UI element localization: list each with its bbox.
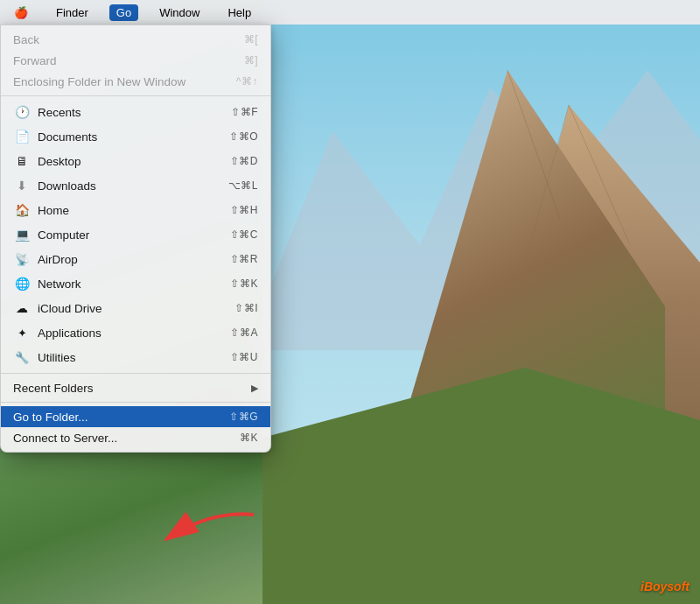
separator-1 (1, 95, 270, 96)
menu-item-goto-folder-label: Go to Folder... (13, 411, 229, 424)
menu-item-downloads[interactable]: ⬇ Downloads ⌥⌘L (1, 173, 270, 198)
menu-item-documents[interactable]: 📄 Documents ⇧⌘O (1, 124, 270, 149)
menu-item-network-label: Network (38, 277, 230, 291)
menu-item-airdrop[interactable]: 📡 AirDrop ⇧⌘R (1, 247, 270, 271)
network-icon: 🌐 (13, 275, 31, 292)
watermark-suffix: Boysoft (644, 579, 690, 593)
apple-menu[interactable]: 🍎 (7, 4, 35, 21)
window-menu[interactable]: Window (152, 4, 206, 21)
computer-icon: 💻 (13, 226, 31, 243)
airdrop-icon: 📡 (13, 250, 31, 268)
menu-item-desktop[interactable]: 🖥 Desktop ⇧⌘D (1, 149, 270, 173)
menu-item-recents-label: Recents (38, 106, 231, 119)
menu-item-utilities-shortcut: ⇧⌘U (230, 351, 258, 363)
menu-item-enclosing[interactable]: Enclosing Folder in New Window ^⌘↑ (1, 71, 270, 92)
menu-item-documents-label: Documents (38, 130, 229, 144)
menu-item-network[interactable]: 🌐 Network ⇧⌘K (1, 271, 270, 296)
menu-item-icloud-label: iCloud Drive (38, 302, 234, 315)
menu-item-downloads-label: Downloads (38, 179, 228, 193)
separator-3 (1, 402, 270, 403)
menu-item-network-shortcut: ⇧⌘K (230, 277, 258, 290)
menu-item-enclosing-shortcut: ^⌘↑ (236, 75, 258, 88)
menu-item-goto-folder[interactable]: Go to Folder... ⇧⌘G (1, 406, 270, 427)
menu-item-recents[interactable]: 🕐 Recents ⇧⌘F (1, 100, 270, 124)
utilities-icon: 🔧 (13, 348, 31, 366)
menu-item-airdrop-label: AirDrop (38, 253, 230, 266)
applications-icon: ✦ (13, 324, 31, 341)
red-arrow-svg (158, 506, 262, 550)
finder-menu[interactable]: Finder (49, 4, 95, 21)
menu-item-forward-shortcut: ⌘] (244, 54, 258, 67)
menu-item-computer-shortcut: ⇧⌘C (230, 228, 258, 241)
menu-item-downloads-shortcut: ⌥⌘L (228, 179, 258, 192)
menu-item-desktop-label: Desktop (38, 155, 230, 168)
menu-item-back-label: Back (13, 33, 244, 46)
menu-item-icloud[interactable]: ☁ iCloud Drive ⇧⌘I (1, 296, 270, 320)
menu-item-connect-server-label: Connect to Server... (13, 432, 240, 445)
menu-item-airdrop-shortcut: ⇧⌘R (230, 253, 258, 265)
menu-item-goto-folder-shortcut: ⇧⌘G (229, 411, 258, 423)
menu-item-back-shortcut: ⌘[ (244, 33, 258, 46)
go-menu[interactable]: Go (109, 4, 138, 21)
documents-icon: 📄 (13, 128, 31, 145)
menu-item-forward[interactable]: Forward ⌘] (1, 50, 270, 71)
menu-item-connect-server[interactable]: Connect to Server... ⌘K (1, 427, 270, 448)
icloud-icon: ☁ (13, 299, 31, 317)
menu-item-home-shortcut: ⇧⌘H (230, 204, 258, 216)
iboysoft-watermark: iBoysoft (640, 579, 690, 593)
menu-item-utilities-label: Utilities (38, 351, 230, 364)
menu-item-utilities[interactable]: 🔧 Utilities ⇧⌘U (1, 345, 270, 369)
menu-item-documents-shortcut: ⇧⌘O (229, 130, 258, 143)
menu-item-desktop-shortcut: ⇧⌘D (230, 155, 258, 167)
menu-item-computer[interactable]: 💻 Computer ⇧⌘C (1, 222, 270, 247)
menu-item-applications-shortcut: ⇧⌘A (230, 327, 258, 339)
menu-item-enclosing-label: Enclosing Folder in New Window (13, 75, 236, 88)
downloads-icon: ⬇ (13, 177, 31, 194)
arrow-annotation (158, 506, 262, 553)
menu-item-recent-folders[interactable]: Recent Folders ▶ (1, 377, 270, 398)
menu-item-computer-label: Computer (38, 228, 230, 242)
submenu-arrow-icon: ▶ (251, 383, 258, 394)
home-icon: 🏠 (13, 201, 31, 219)
menu-item-applications-label: Applications (38, 327, 230, 340)
menu-item-recent-folders-label: Recent Folders (13, 382, 251, 395)
menu-item-back[interactable]: Back ⌘[ (1, 29, 270, 50)
menu-item-home[interactable]: 🏠 Home ⇧⌘H (1, 198, 270, 222)
separator-2 (1, 373, 270, 374)
recents-icon: 🕐 (13, 103, 31, 121)
menubar: 🍎 Finder Go Window Help (0, 0, 700, 25)
menu-item-icloud-shortcut: ⇧⌘I (234, 302, 258, 314)
help-menu[interactable]: Help (220, 4, 258, 21)
menu-item-forward-label: Forward (13, 54, 244, 67)
mountain-background (262, 0, 700, 604)
desktop-icon: 🖥 (13, 152, 31, 170)
menu-item-connect-server-shortcut: ⌘K (240, 432, 258, 444)
go-dropdown-menu: Back ⌘[ Forward ⌘] Enclosing Folder in N… (0, 25, 271, 453)
menu-item-recents-shortcut: ⇧⌘F (231, 106, 258, 118)
menu-item-applications[interactable]: ✦ Applications ⇧⌘A (1, 320, 270, 345)
menu-item-home-label: Home (38, 204, 230, 217)
